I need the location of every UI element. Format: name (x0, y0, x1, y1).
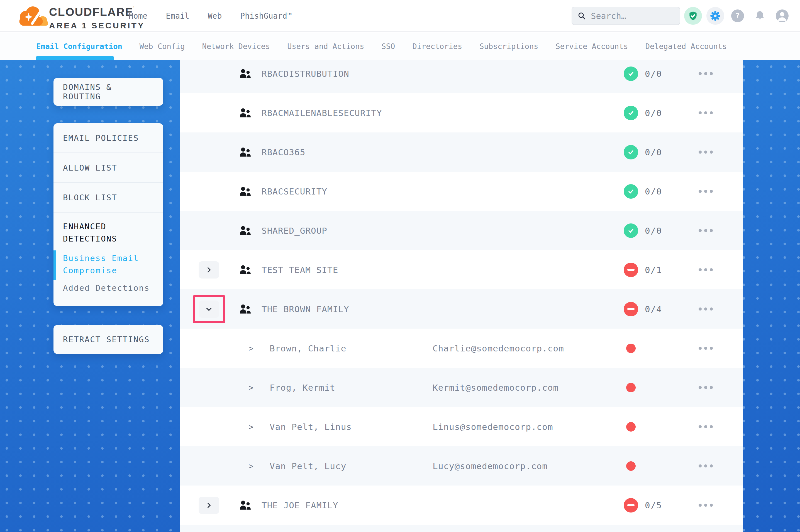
tab-sso[interactable]: SSO (382, 42, 395, 51)
tab-users-and-actions[interactable]: Users and Actions (287, 42, 364, 51)
group-icon (239, 265, 252, 275)
search-box[interactable] (571, 7, 680, 25)
status-dot (626, 461, 636, 471)
chevron-right-icon[interactable]: > (249, 344, 254, 353)
group-name: RBACSECURITY (261, 186, 327, 196)
table-row: >Brown, CharlieCharlie@somedemocorp.com (180, 329, 743, 368)
status-check-badge (624, 224, 638, 238)
sidebar-item-label: Business Email Compromise (63, 253, 139, 275)
tab-directories[interactable]: Directories (412, 42, 462, 51)
active-tab-underline (36, 56, 114, 60)
bell-icon[interactable] (754, 10, 765, 21)
tab-network-devices[interactable]: Network Devices (202, 42, 270, 51)
chevron-right-icon[interactable]: > (249, 383, 254, 392)
row-actions-button[interactable] (695, 382, 716, 393)
sidebar-item-added-detections[interactable]: Added Detections (63, 283, 154, 293)
table-row: RBACMAILENABLESECURITY0/0 (180, 93, 743, 132)
status-count: 0/1 (645, 265, 662, 275)
status-minus-badge (624, 263, 638, 277)
tab-web-config[interactable]: Web Config (140, 42, 185, 51)
sidebar-item-label: DOMAINS & ROUTING (63, 82, 154, 101)
nav-item-home[interactable]: Home (129, 12, 147, 21)
member-email: Kermit@somedemocorp.com (433, 383, 559, 393)
main-nav: HomeEmailWebPhishGuard™ (129, 0, 292, 32)
config-tabs: Email ConfigurationWeb ConfigNetwork Dev… (36, 33, 727, 60)
table-row: >Van Pelt, LucyLucy@somedemocorp.com (180, 446, 743, 486)
table-row: RBACSECURITY0/0 (180, 172, 743, 211)
brand-name: CLOUDFLARE (49, 5, 133, 18)
table-row: TEST TEAM SITE0/1 (180, 250, 743, 289)
table-row: SHARED_GROUP0/0 (180, 211, 743, 250)
group-icon (239, 225, 252, 236)
row-actions-button[interactable] (695, 343, 716, 354)
row-actions-button[interactable] (695, 264, 716, 276)
group-name: RBACO365 (261, 147, 305, 157)
section-title: ENHANCED DETECTIONS (63, 221, 154, 245)
sidebar-item-allow-list[interactable]: ALLOW LIST (54, 153, 163, 183)
help-icon[interactable]: ? (731, 10, 744, 22)
cloudflare-area1-logo (15, 3, 51, 28)
search-input[interactable] (591, 11, 674, 21)
group-icon (239, 69, 252, 79)
group-icon (239, 500, 252, 511)
tab-email-configuration[interactable]: Email Configuration (36, 42, 122, 51)
member-email: Lucy@somedemocorp.com (433, 461, 548, 471)
nav-item-email[interactable]: Email (166, 12, 189, 21)
table-row: THE BROWN FAMILY0/4 (180, 289, 743, 329)
group-name: SHARED_GROUP (261, 226, 327, 236)
sidebar-item-business-email-compromise[interactable]: Business Email Compromise (63, 252, 154, 277)
status-dot (626, 344, 636, 353)
member-name: Van Pelt, Linus (270, 422, 352, 432)
member-email: Linus@somedemocorp.com (433, 422, 553, 432)
group-name: TEST TEAM SITE (261, 265, 338, 275)
status-count: 0/0 (645, 186, 662, 196)
gear-icon[interactable] (706, 7, 724, 25)
sidebar-policy-items: EMAIL POLICIESALLOW LISTBLOCK LIST (54, 123, 163, 213)
group-icon (239, 304, 252, 315)
sidebar-card-domains-routing[interactable]: DOMAINS & ROUTING (54, 78, 163, 106)
group-name: RBACMAILENABLESECURITY (261, 108, 382, 118)
table-row: RBACO3650/0 (180, 132, 743, 172)
nav-item-web[interactable]: Web (208, 12, 222, 21)
status-minus-badge (624, 498, 638, 513)
row-actions-button[interactable] (695, 460, 716, 472)
top-header: CLOUDFLARE’ AREA 1 SECURITY HomeEmailWeb… (0, 0, 800, 32)
tab-delegated-accounts[interactable]: Delegated Accounts (646, 42, 727, 51)
status-count: 0/0 (645, 108, 662, 118)
shield-check-icon[interactable] (684, 7, 702, 25)
row-actions-button[interactable] (695, 186, 716, 197)
expand-button[interactable] (199, 497, 219, 514)
row-actions-button[interactable] (695, 147, 716, 158)
groups-table-panel: RBACDISTRUBUTION0/0RBACMAILENABLESECURIT… (180, 60, 743, 532)
sidebar-item-label: RETRACT SETTINGS (63, 335, 150, 344)
row-actions-button[interactable] (695, 304, 716, 315)
sidebar-card-retract-settings[interactable]: RETRACT SETTINGS (54, 325, 163, 354)
tab-subscriptions[interactable]: Subscriptions (479, 42, 538, 51)
status-dot (626, 422, 636, 432)
expand-button[interactable] (199, 301, 219, 318)
user-avatar-icon[interactable] (776, 9, 789, 22)
app-window: CLOUDFLARE’ AREA 1 SECURITY HomeEmailWeb… (0, 0, 800, 532)
status-check-badge (624, 145, 638, 159)
row-actions-button[interactable] (695, 500, 716, 511)
sidebar-item-email-policies[interactable]: EMAIL POLICIES (54, 123, 163, 153)
group-icon (239, 147, 252, 157)
row-actions-button[interactable] (695, 108, 716, 118)
sidebar-item-block-list[interactable]: BLOCK LIST (54, 183, 163, 213)
status-check-badge (624, 106, 638, 120)
member-email: Charlie@somedemocorp.com (433, 343, 564, 354)
status-count: 0/0 (645, 69, 662, 79)
tab-service-accounts[interactable]: Service Accounts (556, 42, 628, 51)
table-row: THE JOE FAMILY0/5 (180, 486, 743, 525)
chevron-right-icon[interactable]: > (249, 461, 254, 471)
row-actions-button[interactable] (695, 421, 716, 432)
chevron-right-icon[interactable]: > (249, 422, 254, 431)
row-actions-button[interactable] (695, 68, 716, 79)
status-check-badge (624, 184, 638, 199)
status-minus-badge (624, 302, 638, 316)
nav-item-phishguard[interactable]: PhishGuard™ (240, 12, 292, 21)
row-actions-button[interactable] (695, 225, 716, 236)
expand-button[interactable] (199, 261, 219, 279)
member-name: Frog, Kermit (270, 383, 335, 393)
member-name: Van Pelt, Lucy (270, 461, 346, 471)
